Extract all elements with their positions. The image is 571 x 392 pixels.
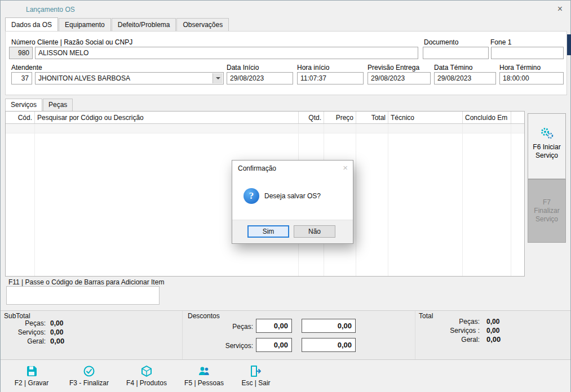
toolbar-button-f5-pessoas[interactable]: F5 | Pessoas xyxy=(179,365,229,387)
f7-button-label: F7 Finalizar Serviço xyxy=(530,198,563,224)
cliente-field[interactable]: ALISSON MELO xyxy=(35,47,418,59)
descontos-title: Descontos xyxy=(188,312,220,320)
hora-inicio-label: Hora início xyxy=(297,64,329,72)
tab-defeito-problema[interactable]: Defeito/Problema xyxy=(112,18,176,32)
tab-equipamento[interactable]: Equipamento xyxy=(59,18,111,32)
f6-iniciar-servico-button[interactable]: F6 Iniciar Serviço xyxy=(528,113,566,179)
question-icon: ? xyxy=(244,188,259,204)
column-header-qtd: Qtd. xyxy=(299,112,324,123)
desconto-pecas-value-input[interactable]: 0,00 xyxy=(302,319,356,333)
dialog-title: Confirmação xyxy=(238,164,276,172)
window-title: Lançamento OS xyxy=(26,6,75,14)
documento-field[interactable] xyxy=(423,47,489,59)
window-close-button[interactable]: × xyxy=(557,4,563,14)
previsao-entrega-label: Previsão Entrega xyxy=(368,64,419,72)
title-bar: Lançamento OS × xyxy=(1,1,570,17)
desconto-pecas-label: Peças: xyxy=(203,323,253,331)
bottom-toolbar: F2 | Gravar F3 - Finalizar F4 | Produtos xyxy=(1,359,570,392)
services-table-header: Cód. Pesquisar por Código ou Descrição Q… xyxy=(6,112,524,124)
column-header-concluido-em: Concluído Em xyxy=(463,112,511,123)
dialog-message: Deseja salvar OS? xyxy=(264,192,321,200)
dialog-close-button[interactable]: × xyxy=(343,163,348,172)
column-header-preco: Preço xyxy=(324,112,356,123)
total-servicos-label: Serviços : xyxy=(428,327,480,335)
atendente-code-field[interactable]: 37 xyxy=(11,72,32,84)
numero-field[interactable]: 980 xyxy=(9,47,33,59)
barcode-input[interactable] xyxy=(6,286,160,305)
people-icon xyxy=(197,365,211,377)
external-window-artifact-right xyxy=(566,34,571,55)
gears-icon xyxy=(539,126,555,141)
exit-icon xyxy=(249,365,263,377)
toolbar-button-f3-finalizar[interactable]: F3 - Finalizar xyxy=(64,365,114,387)
subtotal-servicos-label: Serviços: xyxy=(5,328,46,336)
subtotal-geral-value: 0,00 xyxy=(50,337,64,345)
main-tab-strip: Dados da OS Equipamento Defeito/Problema… xyxy=(5,18,229,32)
atendente-label: Atendente xyxy=(11,64,42,72)
f7-finalizar-servico-button[interactable]: F7 Finalizar Serviço xyxy=(528,179,566,243)
os-form-panel: Número Cliente | Razão Social ou CNPJ Do… xyxy=(5,31,567,95)
tab-observacoes[interactable]: Observações xyxy=(176,18,229,32)
total-pecas-value: 0,00 xyxy=(486,318,499,326)
column-header-cod: Cód. xyxy=(6,112,35,123)
data-termino-label: Data Témino xyxy=(434,64,472,72)
desconto-servicos-label: Serviços: xyxy=(203,342,253,350)
save-icon xyxy=(25,365,38,377)
chevron-down-icon[interactable] xyxy=(213,73,223,83)
data-termino-field[interactable]: 29/08/2023 xyxy=(434,72,496,84)
toolbar-button-f2-gravar[interactable]: F2 | Gravar xyxy=(6,365,57,387)
toolbar-label-f3: F3 - Finalizar xyxy=(69,379,109,387)
subtotal-pecas-value: 0,00 xyxy=(50,319,63,327)
tab-dados-da-os[interactable]: Dados da OS xyxy=(5,17,58,32)
total-pecas-label: Peças: xyxy=(428,318,480,326)
toolbar-button-f4-produtos[interactable]: F4 | Produtos xyxy=(121,365,172,387)
dialog-button-bar: Sim Não xyxy=(232,220,353,243)
check-circle-icon xyxy=(83,365,95,377)
sim-button[interactable]: Sim xyxy=(247,225,289,238)
subtotal-title: SubTotal xyxy=(4,312,30,320)
data-inicio-field[interactable]: 29/08/2023 xyxy=(227,72,293,84)
subtab-pecas[interactable]: Peças xyxy=(43,99,73,111)
barcode-label: F11 | Passe o Código de Barras para Adic… xyxy=(8,278,164,286)
total-geral-label: Geral: xyxy=(428,336,480,344)
desconto-servicos-value-input[interactable]: 0,00 xyxy=(302,338,356,352)
hora-termino-field[interactable]: 18:00:00 xyxy=(499,72,564,84)
data-inicio-label: Data Início xyxy=(227,64,259,72)
hora-inicio-field[interactable]: 11:07:37 xyxy=(297,72,364,84)
f6-button-label: F6 Iniciar Serviço xyxy=(528,143,565,160)
toolbar-label-esc: Esc | Sair xyxy=(241,379,270,387)
total-servicos-value: 0,00 xyxy=(486,327,499,335)
fone1-label: Fone 1 xyxy=(490,38,511,46)
lancamento-os-window: Lançamento OS × Dados da OS Equipamento … xyxy=(0,0,571,392)
package-icon xyxy=(140,365,153,377)
total-geral-value: 0,00 xyxy=(486,335,501,344)
items-tab-strip: Serviços Peças xyxy=(5,99,73,111)
subtab-servicos[interactable]: Serviços xyxy=(5,99,42,111)
hora-termino-label: Hora Término xyxy=(499,64,541,72)
toolbar-label-f5: F5 | Pessoas xyxy=(184,379,224,387)
documento-label: Documento xyxy=(424,38,458,46)
numero-label: Número xyxy=(11,38,36,46)
previsao-entrega-field[interactable]: 29/08/2023 xyxy=(368,72,431,84)
desconto-servicos-percent-input[interactable]: 0,00 xyxy=(256,338,292,352)
cliente-label: Cliente | Razão Social ou CNPJ xyxy=(37,38,132,46)
atendente-select[interactable]: JHONITON ALVES BARBOSA xyxy=(35,72,224,84)
nao-button[interactable]: Não xyxy=(294,225,335,238)
desconto-pecas-percent-input[interactable]: 0,00 xyxy=(256,319,292,333)
subtotal-pecas-label: Peças: xyxy=(5,319,46,327)
subtotal-geral-label: Geral: xyxy=(5,337,46,345)
column-header-filler xyxy=(511,112,524,123)
fone1-field[interactable] xyxy=(491,47,564,59)
subtotal-servicos-value: 0,00 xyxy=(50,328,63,336)
column-header-total: Total xyxy=(356,112,388,123)
totals-strip: SubTotal Peças: 0,00 Serviços: 0,00 Gera… xyxy=(1,310,570,359)
confirmation-dialog: Confirmação × ? Deseja salvar OS? Sim Nã… xyxy=(232,160,353,244)
toolbar-button-esc-sair[interactable]: Esc | Sair xyxy=(236,365,276,387)
toolbar-label-f2: F2 | Gravar xyxy=(15,379,48,387)
toolbar-label-f4: F4 | Produtos xyxy=(126,379,167,387)
atendente-selected-value: JHONITON ALVES BARBOSA xyxy=(38,74,130,82)
column-header-descricao: Pesquisar por Código ou Descrição xyxy=(35,112,299,123)
column-header-tecnico: Técnico xyxy=(388,112,463,123)
